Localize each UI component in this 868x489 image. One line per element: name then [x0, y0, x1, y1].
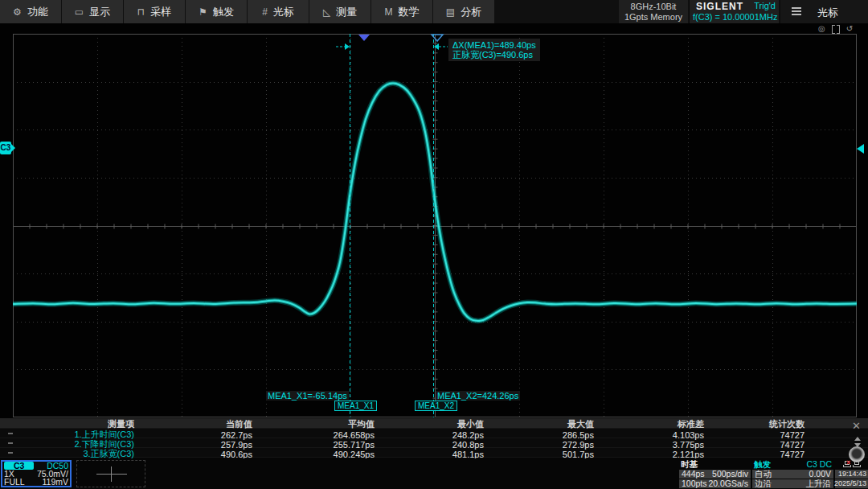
cursor-x1-value-label: MEA1_X1=-65.14ps	[266, 391, 349, 401]
gear-icon: ⚙	[13, 6, 22, 18]
timebase-descriptor[interactable]: 时基 444ps500ps/div 100pts20.0GSa/s	[679, 459, 751, 488]
menu-display[interactable]: ▭显示	[62, 0, 123, 23]
graticule-toolbar: ◎ ↺	[818, 23, 853, 34]
memory-label: 1Gpts Memory	[619, 12, 688, 23]
cursor-dialog-header[interactable]: 光标	[780, 0, 868, 23]
sample-rate: 20.0GSa/s	[708, 479, 748, 488]
cursor-readout-box: ΔX(MEA1)=489.40ps 正脉宽(C3)=490.6ps	[448, 39, 540, 61]
screenshot-icon[interactable]: ◎	[818, 23, 825, 34]
trigger-position-marker[interactable]	[358, 35, 370, 41]
cursor-x1-arrow-icon	[345, 43, 350, 50]
menu-cursors[interactable]: #光标	[248, 0, 309, 23]
system-info: 8GHz-10Bit 1Gpts Memory	[619, 0, 688, 23]
trigger-status-badge: Trig'd	[754, 1, 776, 10]
display-icon: ▭	[75, 6, 84, 18]
cursor-x1-handle[interactable]: MEA1_X1	[334, 401, 377, 411]
cursor-x2-arrow-icon	[434, 43, 439, 50]
graticule	[13, 34, 857, 417]
dialog-title: 光标	[817, 6, 838, 20]
timebase-title: 时基	[681, 459, 698, 469]
flip-icon[interactable]: ↺	[846, 23, 853, 34]
math-icon: M	[385, 6, 393, 18]
trigger-level: 0.00V	[809, 470, 831, 479]
clock-time: 19:14:43	[838, 470, 866, 479]
offset-value: 119mV	[43, 478, 69, 486]
row-collapse-dash[interactable]	[8, 433, 13, 434]
menu-strip: ⚙功能 ▭显示 ⊓采样 ⚑触发 #光标 ◺测量 M数学 ▤分析	[0, 0, 495, 23]
lan-icon: ×	[843, 461, 850, 467]
brand-logo: SIGLENT	[696, 1, 743, 12]
pulse-width-readout: 正脉宽(C3)=490.6ps	[452, 50, 536, 60]
bandwidth-label: 8GHz-10Bit	[619, 2, 688, 12]
menu-utility[interactable]: ⚙功能	[0, 0, 61, 23]
menu-math[interactable]: M数学	[371, 0, 432, 23]
trigger-type: 边沿	[755, 479, 772, 488]
timebase-scale: 500ps/div	[712, 470, 748, 479]
datetime-block: × 19:14:43 2025/5/13	[835, 459, 868, 488]
bandwidth-limit-label: FULL	[4, 478, 25, 486]
top-menu-bar: ⚙功能 ▭显示 ⊓采样 ⚑触发 #光标 ◺测量 M数学 ▤分析 8GHz-10B…	[0, 0, 868, 23]
cursor-x2-value-label: MEA1_X2=424.26ps	[436, 391, 520, 401]
trigger-flag-icon: ⚑	[199, 6, 207, 18]
oscilloscope-screen: ⚙功能 ▭显示 ⊓采样 ⚑触发 #光标 ◺测量 M数学 ▤分析 8GHz-10B…	[0, 0, 868, 489]
table-row-pos-width[interactable]: 3.正脉宽(C3) 490.6ps 490.245ps 481.1ps 501.…	[0, 448, 868, 458]
table-row-fall-time[interactable]: 2.下降时间(C3) 257.9ps 255.717ps 240.8ps 272…	[0, 438, 868, 448]
trigger-slope: 上升沿	[806, 479, 832, 488]
row-collapse-dash[interactable]	[8, 452, 13, 454]
measurement-table-header: 测量项 当前值 平均值 最小值 最大值 标准差 统计次数	[0, 418, 868, 429]
clock-date: 2025/5/13	[834, 479, 866, 488]
analyze-icon: ▤	[446, 6, 455, 18]
trigger-descriptor[interactable]: 触发C3 DC 自动0.00V 边沿上升沿	[752, 459, 833, 488]
frequency-counter: f(C3) = 10.00001MHz	[693, 12, 777, 22]
trigger-source: C3 DC	[806, 459, 832, 469]
sampling-icon: ⊓	[137, 6, 145, 18]
menu-lines-icon	[792, 7, 801, 15]
cursor-hash-icon: #	[262, 6, 268, 18]
menu-measure[interactable]: ◺测量	[309, 0, 371, 23]
bottom-status-bar: C3 DC50 1X 75.0mV/ FULL 119mV 时基 444ps50…	[0, 458, 868, 489]
menu-acquire[interactable]: ⊓采样	[124, 0, 185, 23]
menu-trigger[interactable]: ⚑触发	[186, 0, 247, 23]
row-collapse-dash[interactable]	[8, 442, 13, 444]
fullscreen-icon[interactable]	[832, 25, 840, 32]
waveform-display-area[interactable]: ◎ ↺	[0, 23, 868, 418]
scroll-up-icon[interactable]	[854, 437, 861, 441]
menu-analysis[interactable]: ▤分析	[433, 0, 494, 23]
measurement-table: 测量项 当前值 平均值 最小值 最大值 标准差 统计次数 1.上升时间(C3) …	[0, 418, 868, 458]
trigger-level-marker-icon[interactable]	[857, 144, 864, 154]
cursor-x2-handle[interactable]: MEA1_X2	[415, 401, 457, 411]
trigger-title: 触发	[754, 459, 771, 469]
timebase-delay: 444ps	[682, 470, 705, 479]
channel-c3-level-marker[interactable]: C3	[0, 142, 11, 154]
brand-status-block: SIGLENT Trig'd f(C3) = 10.00001MHz	[689, 0, 779, 23]
trigger-mode: 自动	[755, 470, 772, 479]
crosshair-icon	[96, 474, 127, 475]
measure-icon: ◺	[323, 6, 330, 18]
empty-channel-slot[interactable]	[76, 460, 145, 487]
timebase-points: 100pts	[682, 479, 707, 488]
table-row-rise-time[interactable]: 1.上升时间(C3) 262.7ps 264.658ps 248.2ps 286…	[0, 429, 868, 438]
knob-icon[interactable]	[849, 446, 865, 462]
channel-c3-descriptor[interactable]: C3 DC50 1X 75.0mV/ FULL 119mV	[1, 460, 72, 487]
close-icon[interactable]: ✕	[852, 421, 861, 431]
delta-x-readout: ΔX(MEA1)=489.40ps	[452, 40, 536, 50]
